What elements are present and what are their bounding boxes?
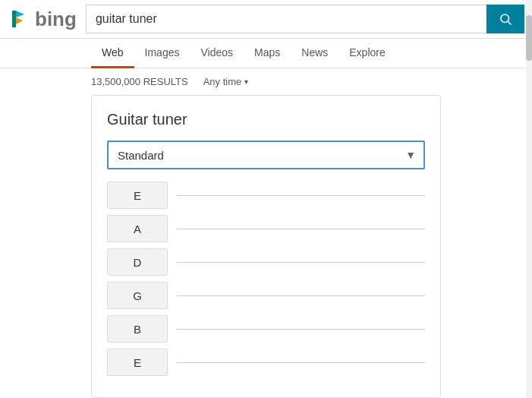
tuner-title: Guitar tuner [107,111,425,128]
svg-line-3 [508,21,511,24]
bing-text: bing [35,8,77,31]
search-icon [499,12,512,26]
string-b-line [177,329,425,330]
string-g-line [177,295,425,296]
string-d-button[interactable]: D [107,248,168,276]
results-info: 13,500,000 RESULTS Any time ▾ [0,68,532,95]
any-time-arrow: ▾ [244,77,248,86]
scrollbar-thumb[interactable] [526,15,532,61]
string-row-a: A [107,215,425,242]
tab-explore[interactable]: Explore [338,39,395,68]
string-row-e-high: E [107,349,425,376]
string-row-b: B [107,315,425,343]
scrollbar[interactable] [526,0,532,398]
string-row-g: G [107,282,425,309]
search-button[interactable] [486,5,524,33]
string-e-low-button[interactable]: E [107,182,168,209]
any-time-filter[interactable]: Any time ▾ [203,76,249,87]
tuning-select-wrapper: Standard Drop D Open G DADGAD Open D ▼ [107,141,425,169]
tab-images[interactable]: Images [134,39,190,68]
svg-point-2 [501,14,509,23]
bing-logo-icon [8,8,30,30]
string-g-button[interactable]: G [107,282,168,309]
tab-maps[interactable]: Maps [244,39,291,68]
header: bing [0,0,532,39]
string-e-high-line [177,362,425,363]
string-row-e-low: E [107,182,425,209]
string-row-d: D [107,248,425,276]
string-a-line [177,229,425,229]
string-a-button[interactable]: A [107,215,168,242]
any-time-label: Any time [203,76,242,87]
string-e-high-button[interactable]: E [107,349,168,376]
search-bar [86,5,524,33]
tuning-select[interactable]: Standard Drop D Open G DADGAD Open D [107,141,425,169]
string-e-low-line [177,195,425,196]
svg-rect-1 [12,11,16,27]
tab-news[interactable]: News [291,39,338,68]
search-input[interactable] [86,5,486,33]
bing-logo: bing [8,8,77,31]
string-d-line [177,262,425,263]
tuner-card: Guitar tuner Standard Drop D Open G DADG… [91,95,441,398]
string-b-button[interactable]: B [107,315,168,343]
nav-tabs: Web Images Videos Maps News Explore [0,39,532,68]
tab-web[interactable]: Web [91,39,134,68]
results-count: 13,500,000 RESULTS [91,76,188,87]
tab-videos[interactable]: Videos [190,39,244,68]
main-content: Guitar tuner Standard Drop D Open G DADG… [0,95,532,398]
